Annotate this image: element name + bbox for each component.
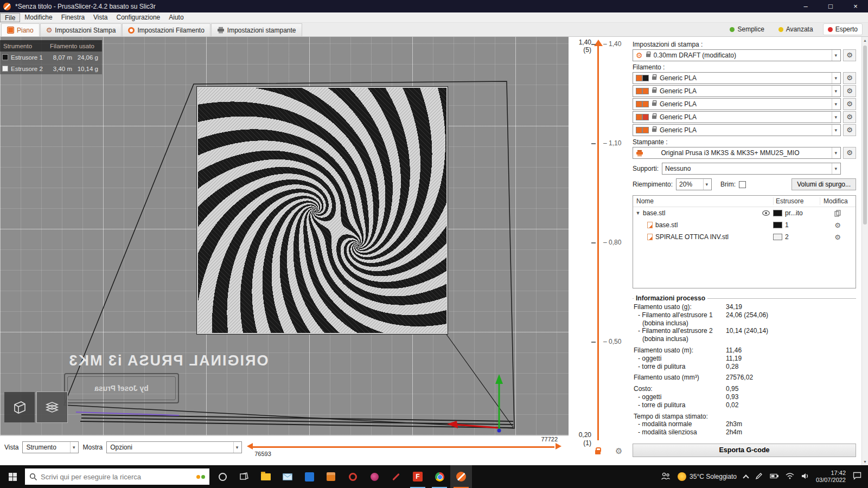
menubar: File Modifiche Finestra Vista Configuraz… xyxy=(0,12,868,23)
minimize-button[interactable]: – xyxy=(793,0,818,12)
tab-impostazioni-stampa[interactable]: ⚙ Impostazioni Stampa xyxy=(40,23,122,36)
filament-spool-icon xyxy=(128,27,135,34)
gear-icon[interactable]: ⚙ xyxy=(615,446,622,456)
menu-configurazione[interactable]: Configurazione xyxy=(112,13,165,22)
printer-select[interactable]: Original Prusa i3 MK3S & MK3S+ MMU2S_MIO… xyxy=(633,147,841,159)
supports-select[interactable]: Nessuno ▾ xyxy=(662,163,841,175)
tab-label: Impostazioni Stampa xyxy=(55,27,116,34)
tray-chevron-up-icon[interactable] xyxy=(743,474,749,480)
mail-icon[interactable] xyxy=(277,465,298,488)
start-button[interactable] xyxy=(0,465,25,488)
scrollbar[interactable]: ▲ ▼ xyxy=(861,37,868,465)
weather-widget[interactable]: 35°C Soleggiato xyxy=(678,472,737,481)
print-settings-gear-button[interactable]: ⚙ xyxy=(843,49,856,61)
mostra-select[interactable]: Opzioni ▾ xyxy=(106,441,242,453)
eye-icon[interactable] xyxy=(762,210,770,216)
pen-app-icon[interactable] xyxy=(385,465,407,488)
filament-select-4[interactable]: Generic PLA ▾ xyxy=(633,111,841,123)
photos-icon[interactable] xyxy=(298,465,320,488)
people-icon[interactable] xyxy=(661,472,671,481)
vista-select[interactable]: Strumento ▾ xyxy=(22,441,79,453)
layer-slider[interactable]: 1,40 (5) – 1,40 – 1,10 – 0,80 – 0,50 0,2… xyxy=(569,37,628,465)
scroll-down-icon[interactable]: ▼ xyxy=(862,460,868,464)
mode-semplice[interactable]: Semplice xyxy=(725,24,768,35)
notification-icon[interactable] xyxy=(853,472,861,481)
view-3d-button[interactable] xyxy=(4,392,35,422)
layer-slider-handle[interactable] xyxy=(594,40,603,46)
sliced-object-spiral[interactable] xyxy=(197,87,448,334)
slider-track[interactable] xyxy=(253,446,554,448)
menu-vista[interactable]: Vista xyxy=(89,13,112,22)
filament-select-5[interactable]: Generic PLA ▾ xyxy=(633,124,841,136)
layer-slider-track[interactable] xyxy=(597,46,599,440)
scroll-up-icon[interactable]: ▲ xyxy=(862,38,868,42)
tab-piano[interactable]: Piano xyxy=(1,23,40,36)
chrome-icon[interactable] xyxy=(429,465,450,488)
menu-modifiche[interactable]: Modifiche xyxy=(20,13,56,22)
tab-impostazioni-filamento[interactable]: Impostazioni Filamento xyxy=(122,23,210,36)
file-explorer-icon[interactable] xyxy=(255,465,277,488)
fusion-app-icon[interactable]: F xyxy=(407,465,429,488)
prusaslicer-taskbar-icon[interactable] xyxy=(450,465,472,488)
slider-right-handle[interactable] xyxy=(556,443,561,450)
lock-icon[interactable] xyxy=(595,450,601,454)
chevron-down-icon: ▾ xyxy=(832,73,839,84)
pen-tray-icon[interactable] xyxy=(755,472,763,481)
layer-top-index: (5) xyxy=(569,46,591,54)
view-layers-button[interactable] xyxy=(37,392,67,422)
magenta-app-icon[interactable] xyxy=(363,465,385,488)
slider-left-handle[interactable] xyxy=(247,443,253,450)
filament-gear-button-1[interactable]: ⚙ xyxy=(843,72,856,84)
purge-volumes-button[interactable]: Volumi di spurgo... xyxy=(792,178,856,190)
store-icon[interactable] xyxy=(320,465,342,488)
filament-gear-button-5[interactable]: ⚙ xyxy=(843,124,856,136)
extruder-swatch xyxy=(773,234,782,240)
taskbar-search-input[interactable] xyxy=(37,473,196,481)
gear-icon[interactable]: ⚙ xyxy=(820,233,856,241)
viewport-3d[interactable]: ORIGINAL PRUSA i3 MK3 by Josef Prusa Str… xyxy=(0,37,569,435)
expander-icon[interactable]: ▼ xyxy=(633,210,643,216)
object-list-header: Nome Estrusore Modifica xyxy=(633,196,856,207)
scrollbar-thumb[interactable] xyxy=(863,46,867,224)
browser-red-icon[interactable] xyxy=(342,465,363,488)
infill-select[interactable]: 20% ▾ xyxy=(676,178,712,190)
printer-gear-button[interactable]: ⚙ xyxy=(843,147,856,159)
maximize-button[interactable]: □ xyxy=(818,0,843,12)
filament-gear-button-2[interactable]: ⚙ xyxy=(843,85,856,97)
column-header: Filamento usato xyxy=(50,43,102,49)
object-row-part-2[interactable]: SPIRALE OTTICA INV.stl 2 ⚙ xyxy=(633,231,856,243)
menu-aiuto[interactable]: Aiuto xyxy=(164,13,188,22)
menu-file[interactable]: File xyxy=(0,13,20,22)
wifi-icon[interactable] xyxy=(786,473,794,481)
close-button[interactable]: × xyxy=(843,0,868,12)
vista-value: Strumento xyxy=(26,444,56,451)
brim-checkbox[interactable] xyxy=(739,181,746,188)
mode-switcher: Semplice Avanzata Esperto xyxy=(725,22,868,36)
clock[interactable]: 17:42 03/07/2022 xyxy=(816,470,846,484)
filament-gear-button-4[interactable]: ⚙ xyxy=(843,111,856,123)
filament-select-1[interactable]: Generic PLA ▾ xyxy=(633,72,841,84)
process-info-title: Informazioni processo xyxy=(634,294,707,302)
taskbar-search[interactable] xyxy=(25,468,209,485)
mode-esperto[interactable]: Esperto xyxy=(823,23,863,35)
cortana-icon[interactable] xyxy=(212,465,233,488)
mode-avanzata[interactable]: Avanzata xyxy=(774,24,818,35)
object-row-base[interactable]: ▼ base.stl pr...ito xyxy=(633,207,856,219)
filament-select-2[interactable]: Generic PLA ▾ xyxy=(633,85,841,97)
gear-icon: ⚙ xyxy=(46,27,53,34)
filament-gear-button-3[interactable]: ⚙ xyxy=(843,98,856,110)
mode-label: Avanzata xyxy=(786,25,813,33)
search-highlights-icon[interactable] xyxy=(196,475,205,479)
print-settings-select[interactable]: ⚙ 0.30mm DRAFT (modificato) ▾ xyxy=(633,49,841,61)
gcode-move-slider[interactable]: 77722 76593 xyxy=(246,436,564,459)
copy-settings-icon[interactable] xyxy=(820,210,856,217)
battery-icon[interactable] xyxy=(770,473,778,480)
gear-icon[interactable]: ⚙ xyxy=(820,221,856,229)
filament-select-3[interactable]: Generic PLA ▾ xyxy=(633,98,841,110)
task-view-icon[interactable] xyxy=(233,465,255,488)
object-row-part-1[interactable]: base.stl 1 ⚙ xyxy=(633,219,856,231)
menu-finestra[interactable]: Finestra xyxy=(57,13,89,22)
tab-impostazioni-stampante[interactable]: Impostazioni stampante xyxy=(211,23,302,36)
volume-icon[interactable] xyxy=(801,473,809,481)
export-gcode-button[interactable]: Esporta G-code xyxy=(633,444,856,457)
